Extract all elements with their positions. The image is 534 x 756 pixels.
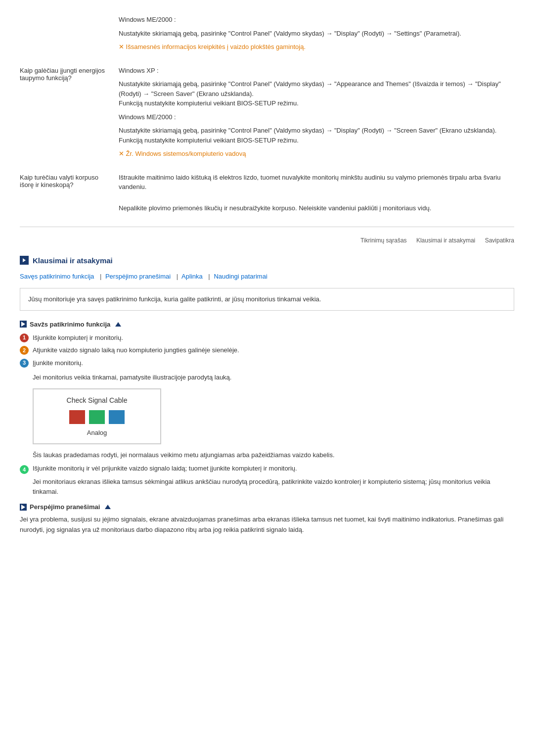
step3-illustration-note: Šis laukas pradedamas rodyti, jei normal… [33, 450, 514, 460]
winme2000-label-top: Windows ME/2000 : [119, 15, 514, 25]
section-divider [20, 227, 514, 227]
top-block-3: Kaip turėčiau valyti korpuso išorę ir ki… [20, 173, 514, 217]
valyti-text1: Ištraukite maitinimo laido kištuką iš el… [119, 173, 514, 192]
subsection2-title-text: Perspėjimo pranešimai [30, 503, 100, 511]
title-icon [20, 256, 29, 265]
monitor-check-signal: Check Signal Cable [44, 396, 150, 404]
step-2-num: 2 [20, 346, 29, 355]
step-3-text: Įjunkite monitorių. [33, 358, 83, 368]
info-box: Jūsų monitoriuje yra savęs patikrinimo f… [20, 288, 514, 311]
top-label-3: Kaip turėčiau valyti korpuso išorę ir ki… [20, 173, 109, 217]
step-4-num: 4 [20, 465, 29, 474]
tab-3-link[interactable]: Aplinka [181, 273, 203, 280]
top-label-1 [20, 15, 109, 56]
main-title-block: Klausimai ir atsakymai [20, 256, 514, 265]
top-block-1: Windows ME/2000 : Nustatykite skiriamąją… [20, 15, 514, 56]
subsection2-icon [20, 504, 27, 511]
tab-sep-2: | [177, 273, 178, 280]
top-content-1: Windows ME/2000 : Nustatykite skiriamąją… [119, 15, 514, 56]
info-box-text: Jūsų monitoriuje yra savęs patikrinimo f… [28, 295, 321, 303]
step-3-num: 3 [20, 359, 29, 368]
nav-links: Tikrinimų sąrašas Klausimai ir atsakymai… [20, 237, 514, 244]
orange-note-top: ✕ Išsamesnės informacijos kreipkitės į v… [119, 42, 514, 52]
step4-block: 4 Išjunkite monitorių ir vėl prijunkite … [20, 465, 514, 496]
tab-sep-3: | [208, 273, 210, 280]
valyti-text2: Nepalikite plovimo priemonės likučių ir … [119, 203, 514, 213]
step-3: 3 Įjunkite monitorių. [20, 358, 514, 368]
svg-marker-2 [21, 505, 25, 510]
step3-note: Jei monitorius veikia tinkamai, pamatysi… [33, 373, 514, 382]
step-1-text: Išjunkite kompiuterį ir monitorių. [33, 333, 123, 343]
step4-note: Jei monitoriaus ekranas išlieka tamsus s… [33, 477, 514, 496]
monitor-illustration: Check Signal Cable Analog [33, 388, 161, 444]
analog-label: Analog [44, 429, 150, 436]
svg-marker-1 [21, 322, 25, 327]
top-content-2: Windows XP : Nustatykite skiriamąją gebą… [119, 66, 514, 163]
subsection2-collapse-icon[interactable] [105, 505, 111, 509]
nav-link-1[interactable]: Tikrinimų sąrašas [360, 237, 407, 244]
nav-link-3[interactable]: Savipatikra [485, 237, 514, 244]
tab-4-link[interactable]: Naudingi patarimai [214, 273, 267, 280]
winme2000-label-2: Windows ME/2000 : [119, 112, 514, 122]
tab-links: Savęs patikrinimo funkcija | Perspėjimo … [20, 273, 514, 280]
top-content-3: Ištraukite maitinimo laido kištuką iš el… [119, 173, 514, 217]
nav-link-2[interactable]: Klausimai ir atsakymai [416, 237, 475, 244]
top-block-2: Kaip galėčiau įjungti energijos taupymo … [20, 66, 514, 163]
winxp-label: Windows XP : [119, 66, 514, 76]
step-1: 1 Išjunkite kompiuterį ir monitorių. [20, 333, 514, 343]
subsection1-icon [20, 321, 27, 328]
step-4-row: 4 Išjunkite monitorių ir vėl prijunkite … [20, 465, 514, 474]
winme2000-text-top: Nustatykite skiriamąją gebą, pasirinkę "… [119, 29, 514, 39]
orange-note-2: ✕ Žr. Windows sistemos/kompiuterio vadov… [119, 149, 514, 159]
color-box-blue [109, 410, 125, 424]
top-label-2: Kaip galėčiau įjungti energijos taupymo … [20, 66, 109, 163]
perspejimo-text: Jei yra problema, susijusi su įėjimo sig… [20, 515, 514, 535]
subsection2-title-row: Perspėjimo pranešimai [20, 503, 514, 511]
step-2: 2 Atjunkite vaizdo signalo laiką nuo kom… [20, 345, 514, 355]
color-box-green [89, 410, 105, 424]
step-1-num: 1 [20, 333, 29, 342]
subsection2-block: Perspėjimo pranešimai Jei yra problema, … [20, 503, 514, 535]
step-2-text: Atjunkite vaizdo signalo laiką nuo kompi… [33, 345, 239, 355]
tab-1-link[interactable]: Savęs patikrinimo funkcija [20, 273, 94, 280]
tab-sep-1: | [100, 273, 101, 280]
winxp-text: Nustatykite skiriamąją gebą, pasirinkę "… [119, 79, 514, 108]
subsection1-title-text: Savžs patikrinimo funkcija [30, 321, 110, 328]
step-4-text: Išjunkite monitorių ir vėl prijunkite va… [33, 465, 297, 472]
main-title-text: Klausimai ir atsakymai [33, 256, 113, 265]
winme2000-text-2: Nustatykite skiriamąją gebą, pasirinkę "… [119, 126, 514, 145]
tab-2-link[interactable]: Perspėjimo pranešimai [105, 273, 171, 280]
subsection1-title-row: Savžs patikrinimo funkcija [20, 321, 514, 328]
steps-list: 1 Išjunkite kompiuterį ir monitorių. 2 A… [20, 333, 514, 368]
svg-marker-0 [23, 258, 26, 262]
color-box-red [69, 410, 85, 424]
subsection1-collapse-icon[interactable] [115, 322, 121, 327]
color-boxes [44, 410, 150, 424]
